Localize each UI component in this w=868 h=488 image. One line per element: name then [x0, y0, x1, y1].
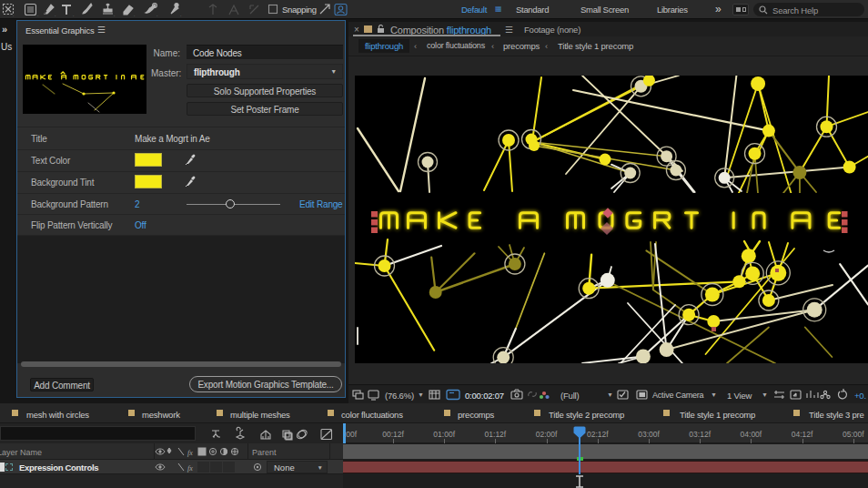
svg-text:Snapping: Snapping: [282, 5, 317, 15]
svg-text:.: .: [55, 12, 56, 17]
svg-text:.: .: [114, 12, 115, 17]
svg-text:.: .: [134, 12, 135, 17]
svg-text:.: .: [180, 12, 181, 17]
svg-text:.: .: [156, 12, 157, 17]
svg-text:.: .: [37, 12, 38, 17]
svg-text:.: .: [73, 12, 74, 17]
svg-text:fx: fx: [187, 464, 193, 473]
svg-text:fx: fx: [187, 449, 193, 457]
svg-text:.: .: [13, 12, 14, 17]
